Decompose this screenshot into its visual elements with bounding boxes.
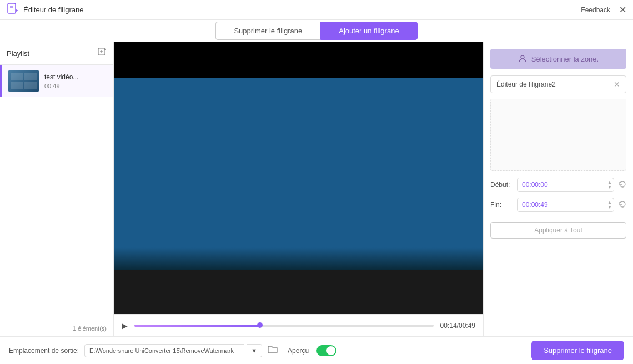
fin-input-wrap: ▲ ▼ [517,198,614,212]
video-black-bottom [114,270,483,314]
svg-rect-0 [8,3,16,13]
video-black-top [114,42,483,78]
add-to-playlist-button[interactable] [98,48,107,59]
remove-watermark-button[interactable]: Supprimer le filigrane [531,341,624,360]
debut-reset-button[interactable] [619,180,626,190]
title-bar: Éditeur de filigrane Feedback ✕ [0,0,633,20]
right-panel: Sélectionner la zone. Éditeur de filigra… [483,42,633,336]
bottom-bar: Emplacement de sortie: ▼ Aperçu Supprime… [0,336,633,364]
debut-input[interactable] [517,178,614,192]
folder-button[interactable] [268,345,278,356]
output-path-input[interactable] [84,344,244,357]
debut-up-button[interactable]: ▲ [606,180,613,185]
watermark-close-button[interactable]: ✕ [614,80,620,89]
fin-label: Fin: [490,201,513,209]
fin-spinners: ▲ ▼ [606,198,613,212]
preview-toggle[interactable] [316,345,336,356]
output-label: Emplacement de sortie: [9,347,79,355]
debut-down-button[interactable]: ▼ [606,185,613,190]
sidebar: Playlist [0,42,114,336]
sidebar-header: Playlist [0,42,113,65]
select-zone-button[interactable]: Sélectionner la zone. [490,49,626,69]
video-thumbnail [8,70,39,92]
progress-bar[interactable] [134,325,434,327]
video-duration: 00:49 [44,83,107,89]
tab-add-watermark[interactable]: Ajouter un filigrane [320,22,417,40]
close-button[interactable]: ✕ [619,6,626,14]
title-bar-right: Feedback ✕ [581,6,626,14]
app-icon [7,2,19,17]
fin-reset-button[interactable] [619,200,626,210]
time-display: 00:14/00:49 [440,322,475,330]
watermark-item: Éditeur de filigrane2 ✕ [490,75,626,93]
toggle-track[interactable] [316,345,336,356]
debut-input-wrap: ▲ ▼ [517,178,614,192]
video-player [114,42,483,314]
playlist-item[interactable]: test vidéo... 00:49 [0,65,113,97]
watermark-preview-area [490,99,626,171]
debut-label: Début: [490,181,513,189]
tab-remove-watermark[interactable]: Supprimer le filigrane [215,22,320,40]
debut-row: Début: ▲ ▼ [490,178,626,192]
title-bar-left: Éditeur de filigrane [7,2,83,17]
video-dark-overlay [114,247,483,270]
output-path-wrap: ▼ [84,344,262,357]
video-controls: ▶ 00:14/00:49 [114,314,483,336]
playlist-title: Playlist [7,49,29,58]
video-area: ▶ 00:14/00:49 [114,42,483,336]
video-name: test vidéo... [44,73,107,81]
video-blue-middle [114,78,483,270]
watermark-name: Éditeur de filigrane2 [496,80,556,88]
playlist-count: 1 élément(s) [0,321,113,336]
progress-thumb [257,322,263,328]
main-layout: Playlist [0,42,633,336]
fin-row: Fin: ▲ ▼ [490,198,626,212]
select-zone-label: Sélectionner la zone. [531,55,599,63]
apply-all-button[interactable]: Appliquer à Tout [490,222,626,239]
output-dropdown-button[interactable]: ▼ [247,344,262,357]
preview-label: Aperçu [288,347,309,355]
progress-fill [134,325,260,327]
fin-down-button[interactable]: ▼ [606,205,613,210]
playlist-item-info: test vidéo... 00:49 [44,73,107,89]
fin-up-button[interactable]: ▲ [606,200,613,205]
svg-point-10 [521,55,524,59]
person-icon [518,54,527,63]
fin-input[interactable] [517,198,614,212]
tab-bar: Supprimer le filigrane Ajouter un filigr… [0,20,633,42]
debut-spinners: ▲ ▼ [606,178,613,192]
toggle-thumb [326,346,335,355]
play-button[interactable]: ▶ [122,321,128,330]
page-title: Éditeur de filigrane [23,6,83,14]
feedback-link[interactable]: Feedback [581,6,610,14]
